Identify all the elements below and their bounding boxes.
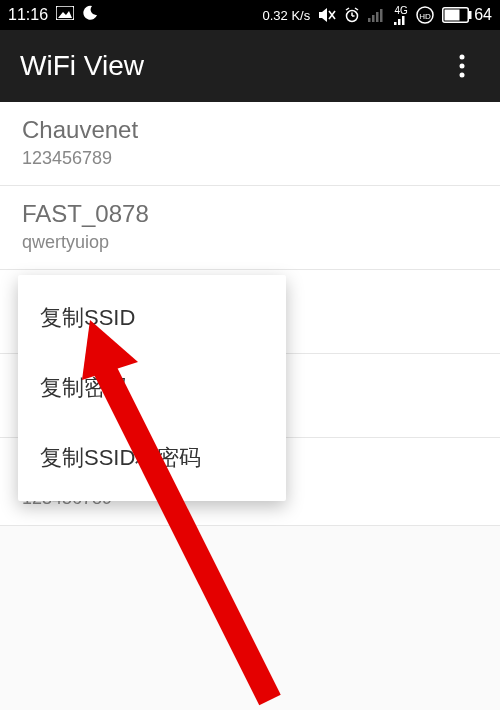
svg-rect-9 xyxy=(372,15,375,22)
menu-copy-password[interactable]: 复制密码 xyxy=(18,353,286,423)
signal-icon xyxy=(368,8,386,22)
svg-rect-14 xyxy=(402,16,405,25)
overflow-menu-button[interactable] xyxy=(444,48,480,84)
status-bar: 11:16 0.32 K/s 4G HD 64 xyxy=(0,0,500,30)
wifi-ssid: Chauvenet xyxy=(22,116,478,144)
app-title: WiFi View xyxy=(20,50,144,82)
svg-rect-11 xyxy=(380,9,383,22)
lte-icon: 4G xyxy=(394,6,408,25)
wifi-password: 123456789 xyxy=(22,148,478,169)
menu-copy-both[interactable]: 复制SSID和密码 xyxy=(18,423,286,493)
hd-icon: HD xyxy=(416,6,434,24)
wifi-item[interactable]: FAST_0878 qwertyuiop xyxy=(0,186,500,270)
mute-icon xyxy=(318,7,336,23)
clock: 11:16 xyxy=(8,6,48,24)
picture-icon xyxy=(56,6,74,24)
network-speed: 0.32 K/s xyxy=(263,8,311,23)
svg-text:HD: HD xyxy=(419,12,431,21)
battery-icon: 64 xyxy=(442,6,492,24)
wifi-password: qwertyuiop xyxy=(22,232,478,253)
svg-point-20 xyxy=(460,55,465,60)
wifi-item[interactable]: Chauvenet 123456789 xyxy=(0,102,500,186)
moon-icon xyxy=(82,5,98,25)
svg-line-6 xyxy=(346,8,349,10)
app-bar: WiFi View xyxy=(0,30,500,102)
svg-rect-8 xyxy=(368,18,371,22)
wifi-ssid: FAST_0878 xyxy=(22,200,478,228)
menu-copy-ssid[interactable]: 复制SSID xyxy=(18,283,286,353)
svg-rect-10 xyxy=(376,12,379,22)
svg-point-21 xyxy=(460,64,465,69)
svg-rect-12 xyxy=(394,22,397,25)
svg-line-7 xyxy=(355,8,358,10)
svg-rect-18 xyxy=(469,11,472,19)
context-menu: 复制SSID 复制密码 复制SSID和密码 xyxy=(18,275,286,501)
svg-rect-19 xyxy=(445,10,460,21)
alarm-icon xyxy=(344,7,360,23)
svg-rect-13 xyxy=(398,19,401,25)
svg-point-22 xyxy=(460,73,465,78)
